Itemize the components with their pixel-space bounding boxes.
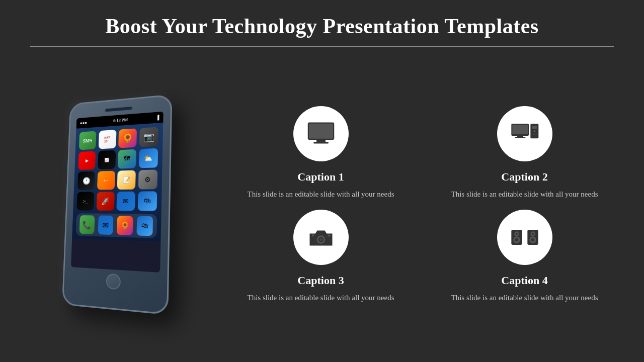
caption-4-text: This slide is an editable slide with all…: [451, 292, 598, 304]
caption-4-title: Caption 4: [501, 274, 547, 287]
app-mail: ✉: [116, 192, 135, 211]
captions-section: Caption 1 This slide is an editable slid…: [211, 101, 624, 304]
phone-time: 6:13 PM: [113, 117, 128, 123]
caption-item-2: Caption 2 This slide is an editable slid…: [425, 101, 624, 200]
svg-rect-2: [316, 140, 326, 142]
phone-home-button: [106, 274, 121, 290]
app-youtube: ▶: [78, 151, 96, 170]
caption-4-icon-circle: [497, 210, 552, 265]
page-header: Boost Your Technology Presentation Templ…: [0, 0, 644, 46]
app-maps: 🗺: [118, 149, 136, 169]
caption-3-title: Caption 3: [297, 274, 344, 287]
svg-point-24: [532, 233, 534, 235]
app-grid: SMS SAT25 🌻 📷 ▶ 📈 🗺 ⛅ 🕐 +− 📝 ⚙ >_ 🚀: [75, 125, 162, 213]
caption-1-icon-circle: [293, 106, 349, 161]
svg-rect-11: [532, 134, 536, 134]
phone-wallpaper: SMS SAT25 🌻 📷 ▶ 📈 🗺 ⛅ 🕐 +− 📝 ⚙ >_ 🚀: [72, 123, 163, 242]
phone-battery: ▐: [156, 115, 159, 120]
app-calculator: +−: [97, 171, 115, 190]
svg-point-19: [516, 233, 518, 235]
dock-store: 🛍: [136, 216, 153, 236]
svg-point-26: [531, 238, 534, 242]
monitor-icon: [306, 119, 336, 149]
caption-2-icon-circle: [497, 106, 552, 161]
main-content: ●●● 6:13 PM ▐ SMS SAT25 🌻 📷 ▶ 📈 🗺 ⛅ 🕐: [0, 47, 644, 362]
svg-point-14: [319, 238, 323, 241]
caption-item-3: Caption 3 This slide is an editable slid…: [221, 205, 420, 304]
phone-section: ●●● 6:13 PM ▐ SMS SAT25 🌻 📷 ▶ 📈 🗺 ⛅ 🕐: [20, 57, 211, 347]
svg-rect-15: [328, 235, 330, 237]
app-terminal: >_: [76, 192, 94, 211]
svg-rect-6: [517, 136, 523, 137]
caption-item-4: Caption 4 This slide is an editable slid…: [425, 205, 624, 304]
desktop-tower-icon: [510, 119, 540, 149]
caption-3-text: This slide is an editable slide with all…: [247, 292, 394, 304]
app-calendar: SAT25: [98, 130, 116, 149]
app-settings-app: ⚙: [138, 169, 157, 189]
phone-dock: 📞 ✉ 🌻 🛍: [75, 213, 157, 238]
app-launcher: 🚀: [96, 192, 114, 211]
svg-point-21: [515, 238, 518, 242]
caption-2-text: This slide is an editable slide with all…: [451, 189, 598, 200]
app-notes: 📝: [117, 170, 136, 190]
svg-rect-3: [313, 142, 329, 143]
phone-signal: ●●●: [80, 120, 88, 125]
dock-phone: 📞: [79, 215, 95, 234]
svg-rect-5: [512, 125, 528, 134]
app-weather: ⛅: [138, 148, 157, 168]
speakers-icon: [510, 222, 540, 252]
caption-1-title: Caption 1: [297, 170, 344, 184]
caption-item-1: Caption 1 This slide is an editable slid…: [221, 101, 420, 200]
svg-point-10: [533, 130, 535, 132]
phone-speaker: [105, 106, 133, 112]
dock-mail: ✉: [98, 216, 113, 235]
caption-2-title: Caption 2: [501, 170, 547, 184]
app-camera-app: 📷: [139, 127, 158, 147]
svg-point-16: [312, 234, 314, 237]
svg-rect-1: [309, 123, 333, 138]
app-stocks: 📈: [98, 150, 116, 169]
svg-rect-9: [532, 126, 536, 128]
caption-1-text: This slide is an editable slide with all…: [247, 189, 394, 200]
svg-rect-7: [515, 137, 525, 138]
phone-screen: ●●● 6:13 PM ▐ SMS SAT25 🌻 📷 ▶ 📈 🗺 ⛅ 🕐: [71, 112, 164, 273]
app-store: 🛍: [137, 191, 157, 211]
app-photos: 🌻: [118, 128, 137, 148]
page-title: Boost Your Technology Presentation Templ…: [30, 14, 614, 38]
dock-photos: 🌻: [117, 216, 133, 235]
app-clock: 🕐: [77, 171, 95, 190]
camera-icon: [306, 222, 336, 252]
phone-illustration: ●●● 6:13 PM ▐ SMS SAT25 🌻 📷 ▶ 📈 🗺 ⛅ 🕐: [62, 94, 172, 315]
caption-3-icon-circle: [293, 210, 349, 265]
app-sms: SMS: [79, 131, 97, 150]
